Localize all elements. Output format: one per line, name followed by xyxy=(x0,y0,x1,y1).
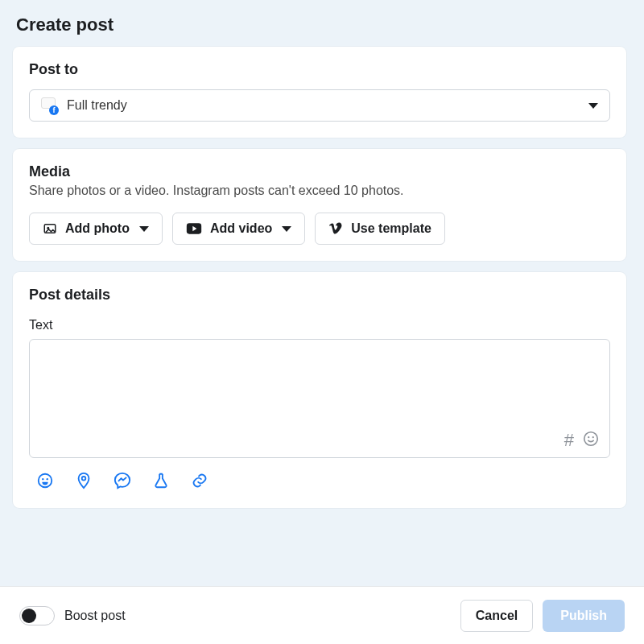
post-to-heading: Post to xyxy=(29,61,610,78)
text-input-container: # xyxy=(29,339,610,458)
media-card: Media Share photos or a video. Instagram… xyxy=(13,149,626,261)
svg-point-3 xyxy=(584,432,598,446)
text-field-label: Text xyxy=(29,318,610,332)
link-button[interactable] xyxy=(190,471,209,490)
svg-point-8 xyxy=(47,478,48,480)
svg-point-9 xyxy=(82,477,86,481)
photo-icon xyxy=(43,221,57,236)
media-subtext: Share photos or a video. Instagram posts… xyxy=(29,184,610,198)
post-to-selected-label: Full trendy xyxy=(67,98,127,113)
add-video-button[interactable]: Add video xyxy=(172,213,305,245)
smile-open-icon xyxy=(36,472,54,489)
add-photo-label: Add photo xyxy=(65,221,130,236)
feeling-button[interactable] xyxy=(35,471,55,490)
vimeo-icon xyxy=(328,221,343,236)
media-heading: Media xyxy=(29,163,610,180)
location-pin-icon xyxy=(75,472,93,489)
messenger-icon xyxy=(114,472,131,489)
use-template-button[interactable]: Use template xyxy=(315,213,445,245)
flask-icon xyxy=(152,472,170,489)
svg-point-6 xyxy=(39,474,52,488)
post-to-select[interactable]: Full trendy xyxy=(29,89,610,122)
footer-bar: Boost post Cancel Publish xyxy=(0,586,644,644)
toggle-knob xyxy=(22,609,36,623)
add-photo-button[interactable]: Add photo xyxy=(29,213,163,245)
chevron-down-icon xyxy=(588,103,598,109)
use-template-label: Use template xyxy=(351,221,431,236)
location-button[interactable] xyxy=(74,471,93,490)
svg-point-7 xyxy=(42,478,43,480)
boost-post-toggle[interactable] xyxy=(19,606,55,625)
link-icon xyxy=(191,472,208,489)
add-video-label: Add video xyxy=(210,221,272,236)
facebook-page-icon xyxy=(41,97,57,114)
smile-icon xyxy=(582,430,600,448)
page-title: Create post xyxy=(0,0,639,47)
messenger-button[interactable] xyxy=(113,471,132,490)
publish-button[interactable]: Publish xyxy=(543,600,625,632)
cancel-button[interactable]: Cancel xyxy=(460,600,533,632)
emoji-picker-button[interactable] xyxy=(582,430,600,451)
boost-post-label: Boost post xyxy=(64,609,126,623)
post-text-input[interactable] xyxy=(30,340,609,457)
post-details-card: Post details Text # xyxy=(13,272,626,508)
post-details-heading: Post details xyxy=(29,287,610,303)
chevron-down-icon xyxy=(139,226,149,232)
video-icon xyxy=(186,222,202,235)
post-to-card: Post to Full trendy xyxy=(13,47,626,138)
scrollable-content[interactable]: Create post Post to Full trendy Media Sh… xyxy=(0,0,639,580)
hashtag-button[interactable]: # xyxy=(564,430,574,451)
ab-test-button[interactable] xyxy=(151,471,171,490)
svg-point-4 xyxy=(588,436,589,438)
chevron-down-icon xyxy=(282,226,291,232)
svg-point-5 xyxy=(592,436,594,438)
